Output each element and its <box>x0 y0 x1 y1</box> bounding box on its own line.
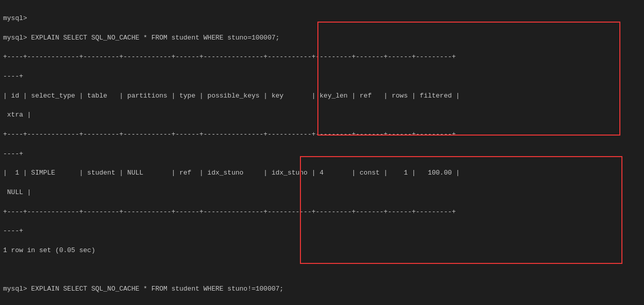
line-5: xtra | <box>3 110 641 120</box>
line-14: mysql> EXPLAIN SELECT SQL_NO_CACHE * FRO… <box>3 284 641 294</box>
line-11: ----+ <box>3 226 641 236</box>
line-1: mysql> EXPLAIN SELECT SQL_NO_CACHE * FRO… <box>3 33 641 43</box>
line-2: +----+-------------+---------+----------… <box>3 52 641 62</box>
line-6: +----+-------------+---------+----------… <box>3 130 641 140</box>
line-8: | 1 | SIMPLE | student | NULL | ref | id… <box>3 168 641 178</box>
line-10: +----+-------------+---------+----------… <box>3 207 641 217</box>
line-9: NULL | <box>3 188 641 198</box>
line-13 <box>3 265 641 275</box>
terminal-output: mysql> mysql> EXPLAIN SELECT SQL_NO_CACH… <box>0 0 644 305</box>
terminal-container: mysql> mysql> EXPLAIN SELECT SQL_NO_CACH… <box>0 0 644 305</box>
line-7: ----+ <box>3 149 641 159</box>
line-0: mysql> <box>3 14 641 24</box>
line-3: ----+ <box>3 72 641 82</box>
line-4: | id | select_type | table | partitions … <box>3 91 641 101</box>
line-12: 1 row in set (0.05 sec) <box>3 246 641 256</box>
